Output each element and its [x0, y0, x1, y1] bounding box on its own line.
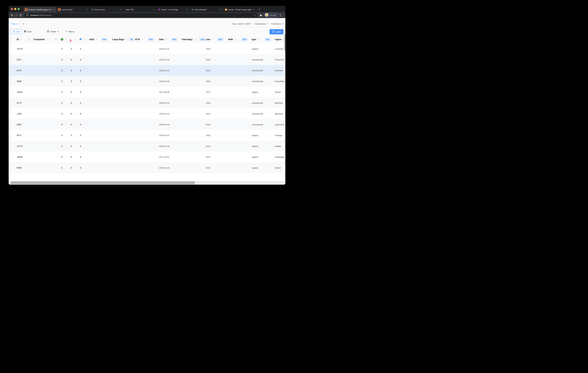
completions-check-icon[interactable]: ✓	[61, 38, 63, 41]
horizontal-scrollbar-thumb[interactable]	[10, 181, 195, 184]
cell-completions: 0	[61, 102, 63, 104]
browser-tab-4[interactable]: New Tab✕	[123, 7, 157, 12]
sort-icon[interactable]	[235, 39, 236, 40]
column-4046[interactable]: 4046	[228, 38, 233, 41]
table-row[interactable]: 154510002017-08-062017organicDetroit	[9, 87, 285, 98]
browser-tab-6[interactable]: react-window✕	[190, 7, 223, 12]
column-year[interactable]: year	[206, 38, 210, 41]
table-row[interactable]: 95720002015-05-312015organicChicago	[9, 130, 285, 141]
table-row[interactable]: 13400002015-03-222015conventionalMidsout…	[9, 108, 285, 119]
browser-tab-7[interactable]: reactjs - React image gallery✕	[223, 7, 257, 12]
extensions-puzzle-icon[interactable]	[259, 13, 263, 17]
table-row[interactable]: 45270002016-12-042016conventionalPhoenix…	[9, 54, 285, 65]
sort-icon[interactable]	[258, 39, 259, 40]
table-row[interactable]: 20730002015-02-152015conventionalRoanoke	[9, 65, 285, 76]
row-checkbox[interactable]	[11, 167, 13, 169]
horizontal-scrollbar[interactable]	[9, 181, 285, 184]
column-id[interactable]: ID	[17, 38, 19, 41]
column-region[interactable]: region	[275, 38, 282, 41]
tab-close-icon[interactable]: ✕	[219, 9, 222, 11]
tab-close-icon[interactable]: ✕	[119, 9, 122, 11]
close-window-button[interactable]	[11, 8, 13, 10]
new-tab-button[interactable]: +	[257, 7, 262, 11]
tab-close-icon[interactable]: ✕	[86, 9, 88, 11]
column-4770[interactable]: 4770	[135, 38, 140, 41]
sort-icon[interactable]	[282, 39, 283, 40]
profile-button[interactable]: Paused	[264, 13, 278, 17]
row-checkbox[interactable]	[11, 134, 13, 137]
column-total-bags[interactable]: Total Bags	[182, 38, 193, 41]
sort-icon[interactable]	[96, 39, 97, 40]
browser-tab-2[interactable]: Label Studio✕	[57, 7, 90, 12]
filters-button[interactable]: Filters	[63, 29, 76, 34]
browser-tab-3[interactable]: React Icons✕	[90, 7, 123, 12]
sort-icon[interactable]	[65, 39, 67, 40]
tab-close-icon[interactable]: ✕	[53, 9, 55, 11]
row-checkbox[interactable]	[11, 69, 13, 72]
cancellations-icon[interactable]	[70, 39, 71, 42]
reload-icon[interactable]	[19, 13, 23, 17]
row-checkbox[interactable]	[11, 145, 13, 147]
table-row[interactable]: 131760002016-01-312016organicLouisville	[9, 44, 285, 54]
minimize-window-button[interactable]	[14, 8, 16, 10]
column-type[interactable]: type	[252, 38, 256, 41]
sort-icon[interactable]	[166, 39, 167, 40]
fields-button[interactable]: Fields	[45, 29, 60, 34]
table-row[interactable]: 35660002016-05-292016conventionalGrandRa…	[9, 76, 285, 87]
sort-icon[interactable]	[142, 39, 143, 40]
sort-icon[interactable]	[21, 39, 22, 40]
row-checkbox[interactable]	[11, 123, 13, 126]
view-tab-1[interactable]: Tab 1	[10, 20, 20, 27]
row-checkbox[interactable]	[11, 91, 13, 93]
row-checkbox[interactable]	[11, 59, 13, 61]
sort-icon[interactable]	[84, 39, 85, 40]
fields-button-label: Fields	[50, 31, 56, 33]
table-row[interactable]: 141790002016-10-162016organicSeattle	[9, 141, 285, 152]
label-button[interactable]: Label	[270, 29, 283, 34]
cell-predictions: 0	[79, 145, 82, 147]
sort-icon[interactable]	[47, 39, 49, 40]
vertical-scrollbar-thumb[interactable]	[284, 34, 285, 51]
row-checkbox[interactable]	[11, 102, 13, 104]
browser-menu-icon[interactable]	[280, 14, 281, 16]
select-all-checkbox[interactable]	[11, 38, 13, 41]
browser-tab-5[interactable]: Colors - Ant Design✕	[157, 7, 190, 12]
sort-icon[interactable]	[211, 39, 213, 40]
sort-icon[interactable]	[75, 39, 76, 40]
column-4225[interactable]: 4225	[89, 38, 94, 41]
row-checkbox[interactable]	[11, 156, 13, 158]
site-info-icon[interactable]	[26, 14, 29, 17]
list-view-button[interactable]: List	[11, 29, 22, 34]
forward-icon[interactable]	[14, 13, 19, 17]
row-checkbox[interactable]	[11, 80, 13, 83]
table-row[interactable]: 98380002015-04-192015organicDetroit	[9, 162, 285, 173]
browser-toolbar: localhost:3000/settings ☆ Paused	[9, 12, 285, 18]
zoom-window-button[interactable]	[18, 8, 20, 10]
grid-view-button[interactable]: Grid	[22, 29, 34, 34]
sort-icon[interactable]	[126, 39, 127, 40]
address-bar[interactable]: localhost:3000/settings ☆	[24, 13, 258, 17]
sort-icon[interactable]	[196, 39, 197, 40]
column-completed[interactable]: Completed	[33, 38, 44, 41]
view-tab-menu-icon[interactable]	[18, 23, 18, 25]
cell-cancellations: 0	[70, 156, 73, 158]
column-large-bags[interactable]: Large Bags	[112, 38, 124, 41]
table-row[interactable]: 164500002017-10-012017organicPhiladelphi…	[9, 152, 285, 162]
fields-eye-icon	[47, 30, 49, 33]
url-path: :3000/settings	[38, 14, 52, 16]
cell-date: 2016-09-18	[159, 123, 169, 126]
row-checkbox[interactable]	[11, 48, 13, 50]
table-row[interactable]: 38620002016-09-182016conventionalJackson…	[9, 119, 285, 130]
back-icon[interactable]	[10, 13, 14, 17]
browser-tab-1[interactable]: Heartex DataManager 2.0✕	[23, 7, 57, 12]
vertical-scrollbar[interactable]	[284, 34, 285, 181]
predictions-brain-icon[interactable]	[79, 38, 82, 41]
bookmark-star-icon[interactable]: ☆	[254, 14, 256, 17]
column-date[interactable]: Date	[159, 38, 164, 41]
tab-close-icon[interactable]: ✕	[153, 9, 155, 11]
table-row[interactable]: 42730002016-10-232016conventionalNewYork	[9, 98, 285, 108]
add-view-tab-button[interactable]: +	[21, 20, 27, 27]
tab-close-icon[interactable]: ✕	[253, 9, 255, 11]
row-checkbox[interactable]	[11, 113, 13, 115]
tab-close-icon[interactable]: ✕	[186, 9, 188, 11]
